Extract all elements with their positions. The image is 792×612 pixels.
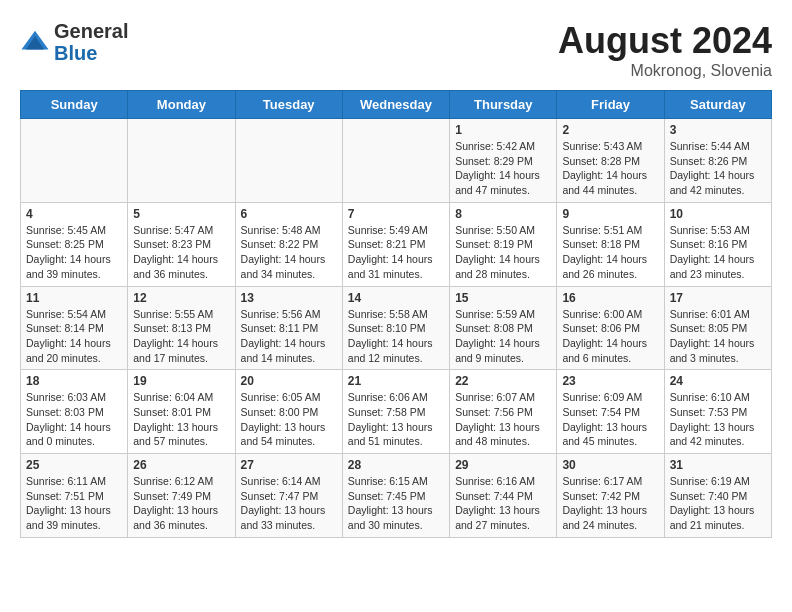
day-number: 14 — [348, 291, 444, 305]
calendar-week-3: 11Sunrise: 5:54 AMSunset: 8:14 PMDayligh… — [21, 286, 772, 370]
day-info: Sunrise: 5:58 AMSunset: 8:10 PMDaylight:… — [348, 307, 444, 366]
logo: General Blue — [20, 20, 128, 64]
day-info: Sunrise: 6:11 AMSunset: 7:51 PMDaylight:… — [26, 474, 122, 533]
day-info: Sunrise: 5:54 AMSunset: 8:14 PMDaylight:… — [26, 307, 122, 366]
day-number: 20 — [241, 374, 337, 388]
calendar-cell: 10Sunrise: 5:53 AMSunset: 8:16 PMDayligh… — [664, 202, 771, 286]
month-year: August 2024 — [558, 20, 772, 62]
day-number: 25 — [26, 458, 122, 472]
day-info: Sunrise: 5:47 AMSunset: 8:23 PMDaylight:… — [133, 223, 229, 282]
calendar-cell — [21, 119, 128, 203]
day-info: Sunrise: 5:59 AMSunset: 8:08 PMDaylight:… — [455, 307, 551, 366]
calendar-cell: 24Sunrise: 6:10 AMSunset: 7:53 PMDayligh… — [664, 370, 771, 454]
day-info: Sunrise: 5:53 AMSunset: 8:16 PMDaylight:… — [670, 223, 766, 282]
logo-icon — [20, 27, 50, 57]
calendar-cell: 9Sunrise: 5:51 AMSunset: 8:18 PMDaylight… — [557, 202, 664, 286]
day-number: 23 — [562, 374, 658, 388]
header-saturday: Saturday — [664, 91, 771, 119]
day-info: Sunrise: 6:06 AMSunset: 7:58 PMDaylight:… — [348, 390, 444, 449]
day-info: Sunrise: 6:16 AMSunset: 7:44 PMDaylight:… — [455, 474, 551, 533]
header-tuesday: Tuesday — [235, 91, 342, 119]
day-number: 8 — [455, 207, 551, 221]
calendar-cell: 4Sunrise: 5:45 AMSunset: 8:25 PMDaylight… — [21, 202, 128, 286]
day-number: 27 — [241, 458, 337, 472]
calendar-cell: 20Sunrise: 6:05 AMSunset: 8:00 PMDayligh… — [235, 370, 342, 454]
day-number: 11 — [26, 291, 122, 305]
calendar-week-4: 18Sunrise: 6:03 AMSunset: 8:03 PMDayligh… — [21, 370, 772, 454]
day-info: Sunrise: 6:05 AMSunset: 8:00 PMDaylight:… — [241, 390, 337, 449]
calendar-cell: 17Sunrise: 6:01 AMSunset: 8:05 PMDayligh… — [664, 286, 771, 370]
day-info: Sunrise: 6:15 AMSunset: 7:45 PMDaylight:… — [348, 474, 444, 533]
day-info: Sunrise: 6:04 AMSunset: 8:01 PMDaylight:… — [133, 390, 229, 449]
day-number: 15 — [455, 291, 551, 305]
calendar-cell: 1Sunrise: 5:42 AMSunset: 8:29 PMDaylight… — [450, 119, 557, 203]
day-info: Sunrise: 5:50 AMSunset: 8:19 PMDaylight:… — [455, 223, 551, 282]
calendar-cell: 3Sunrise: 5:44 AMSunset: 8:26 PMDaylight… — [664, 119, 771, 203]
day-number: 19 — [133, 374, 229, 388]
calendar-cell: 11Sunrise: 5:54 AMSunset: 8:14 PMDayligh… — [21, 286, 128, 370]
day-info: Sunrise: 6:19 AMSunset: 7:40 PMDaylight:… — [670, 474, 766, 533]
calendar-cell: 2Sunrise: 5:43 AMSunset: 8:28 PMDaylight… — [557, 119, 664, 203]
day-number: 18 — [26, 374, 122, 388]
header-sunday: Sunday — [21, 91, 128, 119]
day-number: 5 — [133, 207, 229, 221]
day-info: Sunrise: 6:14 AMSunset: 7:47 PMDaylight:… — [241, 474, 337, 533]
calendar-cell: 15Sunrise: 5:59 AMSunset: 8:08 PMDayligh… — [450, 286, 557, 370]
day-number: 1 — [455, 123, 551, 137]
header: General Blue August 2024 Mokronog, Slove… — [20, 20, 772, 80]
header-friday: Friday — [557, 91, 664, 119]
calendar-cell: 13Sunrise: 5:56 AMSunset: 8:11 PMDayligh… — [235, 286, 342, 370]
day-info: Sunrise: 5:51 AMSunset: 8:18 PMDaylight:… — [562, 223, 658, 282]
day-number: 3 — [670, 123, 766, 137]
day-info: Sunrise: 6:07 AMSunset: 7:56 PMDaylight:… — [455, 390, 551, 449]
title-block: August 2024 Mokronog, Slovenia — [558, 20, 772, 80]
day-number: 9 — [562, 207, 658, 221]
calendar-header: Sunday Monday Tuesday Wednesday Thursday… — [21, 91, 772, 119]
day-number: 13 — [241, 291, 337, 305]
calendar-cell: 27Sunrise: 6:14 AMSunset: 7:47 PMDayligh… — [235, 454, 342, 538]
calendar-table: Sunday Monday Tuesday Wednesday Thursday… — [20, 90, 772, 538]
calendar-cell: 31Sunrise: 6:19 AMSunset: 7:40 PMDayligh… — [664, 454, 771, 538]
header-thursday: Thursday — [450, 91, 557, 119]
location: Mokronog, Slovenia — [558, 62, 772, 80]
day-number: 28 — [348, 458, 444, 472]
day-info: Sunrise: 5:49 AMSunset: 8:21 PMDaylight:… — [348, 223, 444, 282]
day-info: Sunrise: 6:03 AMSunset: 8:03 PMDaylight:… — [26, 390, 122, 449]
calendar-cell: 18Sunrise: 6:03 AMSunset: 8:03 PMDayligh… — [21, 370, 128, 454]
calendar-cell: 22Sunrise: 6:07 AMSunset: 7:56 PMDayligh… — [450, 370, 557, 454]
calendar-cell: 12Sunrise: 5:55 AMSunset: 8:13 PMDayligh… — [128, 286, 235, 370]
calendar-cell: 14Sunrise: 5:58 AMSunset: 8:10 PMDayligh… — [342, 286, 449, 370]
day-number: 16 — [562, 291, 658, 305]
day-number: 21 — [348, 374, 444, 388]
day-number: 2 — [562, 123, 658, 137]
calendar-cell: 6Sunrise: 5:48 AMSunset: 8:22 PMDaylight… — [235, 202, 342, 286]
calendar-cell — [128, 119, 235, 203]
day-number: 29 — [455, 458, 551, 472]
day-info: Sunrise: 5:42 AMSunset: 8:29 PMDaylight:… — [455, 139, 551, 198]
calendar-week-5: 25Sunrise: 6:11 AMSunset: 7:51 PMDayligh… — [21, 454, 772, 538]
calendar-week-2: 4Sunrise: 5:45 AMSunset: 8:25 PMDaylight… — [21, 202, 772, 286]
day-info: Sunrise: 5:43 AMSunset: 8:28 PMDaylight:… — [562, 139, 658, 198]
calendar-week-1: 1Sunrise: 5:42 AMSunset: 8:29 PMDaylight… — [21, 119, 772, 203]
day-number: 31 — [670, 458, 766, 472]
calendar-cell: 26Sunrise: 6:12 AMSunset: 7:49 PMDayligh… — [128, 454, 235, 538]
day-number: 6 — [241, 207, 337, 221]
day-number: 10 — [670, 207, 766, 221]
calendar-cell — [235, 119, 342, 203]
logo-general-text: General — [54, 20, 128, 42]
calendar-cell: 25Sunrise: 6:11 AMSunset: 7:51 PMDayligh… — [21, 454, 128, 538]
day-info: Sunrise: 5:55 AMSunset: 8:13 PMDaylight:… — [133, 307, 229, 366]
day-number: 24 — [670, 374, 766, 388]
calendar-cell — [342, 119, 449, 203]
calendar-cell: 30Sunrise: 6:17 AMSunset: 7:42 PMDayligh… — [557, 454, 664, 538]
calendar-cell: 28Sunrise: 6:15 AMSunset: 7:45 PMDayligh… — [342, 454, 449, 538]
day-number: 7 — [348, 207, 444, 221]
logo-blue-text: Blue — [54, 42, 128, 64]
day-info: Sunrise: 6:17 AMSunset: 7:42 PMDaylight:… — [562, 474, 658, 533]
calendar-cell: 8Sunrise: 5:50 AMSunset: 8:19 PMDaylight… — [450, 202, 557, 286]
header-wednesday: Wednesday — [342, 91, 449, 119]
day-number: 12 — [133, 291, 229, 305]
calendar-cell: 16Sunrise: 6:00 AMSunset: 8:06 PMDayligh… — [557, 286, 664, 370]
day-number: 17 — [670, 291, 766, 305]
day-info: Sunrise: 5:56 AMSunset: 8:11 PMDaylight:… — [241, 307, 337, 366]
